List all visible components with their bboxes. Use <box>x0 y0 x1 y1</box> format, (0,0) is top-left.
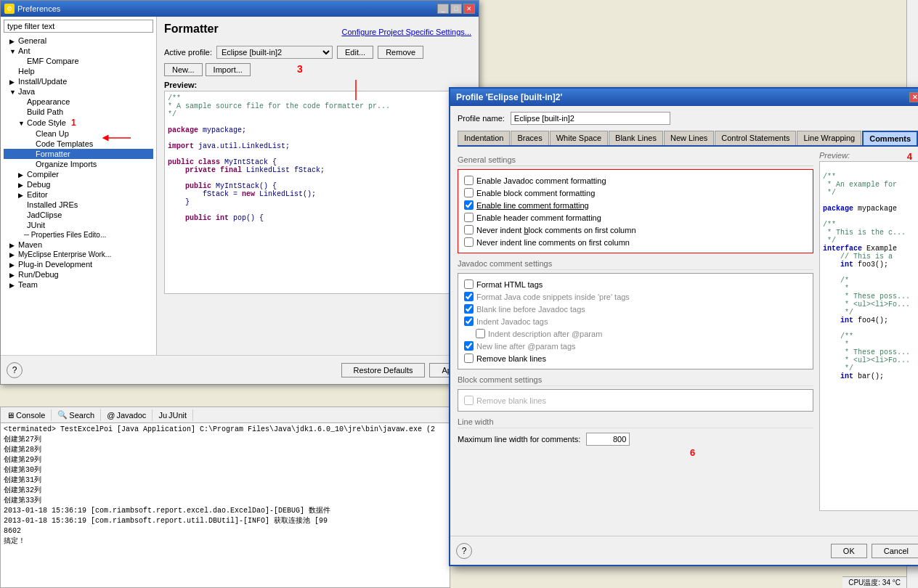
cb-remove-blank-javadoc: Remove blank lines <box>464 352 807 364</box>
cb-format-java-input[interactable] <box>464 292 474 301</box>
prefs-body: ▶General ▼Ant EMF Compare ▶Help ▶Install… <box>1 17 479 355</box>
tab-blanklines[interactable]: Blank Lines <box>609 131 663 145</box>
sidebar-item-team[interactable]: ▶Team <box>4 279 153 290</box>
restore-defaults-button[interactable]: Restore Defaults <box>341 363 426 377</box>
sidebar-item-install[interactable]: ▶Install/Update <box>4 76 153 86</box>
console-line-debug: 2013-01-18 15:36:19 [com.riambsoft.repor… <box>4 506 447 516</box>
cancel-button[interactable]: Cancel <box>872 544 918 558</box>
tab-newlines[interactable]: New Lines <box>664 131 714 145</box>
search-tab-label: Search <box>69 411 94 420</box>
remove-button[interactable]: Remove <box>378 46 423 59</box>
sidebar-item-jres[interactable]: ▶Installed JREs <box>4 200 153 210</box>
import-button[interactable]: Import... <box>206 63 251 76</box>
active-profile-label: Active profile: <box>164 48 212 57</box>
sidebar-item-ant[interactable]: ▼Ant <box>4 46 153 56</box>
profile-select[interactable]: Eclipse [built-in]2 <box>216 46 333 59</box>
preferences-titlebar: ⚙ Preferences _ □ ✕ <box>1 1 479 17</box>
cb-indent-javadoc-input[interactable] <box>464 317 474 326</box>
cb-indent-desc-input[interactable] <box>476 329 485 338</box>
profile-name-label: Profile name: <box>458 114 505 123</box>
cb-remove-blank-block-label: Remove blank lines <box>476 396 546 405</box>
cb-header-format-input[interactable] <box>464 213 474 222</box>
profile-name-input[interactable] <box>511 112 670 125</box>
console-icon: 🖥 <box>7 411 15 420</box>
sidebar-item-myeclipse[interactable]: ▶MyEclipse Enterprise Work... <box>4 250 153 259</box>
profile-help-button[interactable]: ? <box>456 543 472 559</box>
cb-blank-before-input[interactable] <box>464 304 474 314</box>
junit-tab-label: JUnit <box>168 411 187 420</box>
cb-remove-blank-block-input[interactable] <box>464 396 474 405</box>
minimize-button[interactable]: _ <box>437 4 449 14</box>
preview-section: Preview: 4 /** * An example for */ packa… <box>819 151 918 511</box>
sidebar-item-compiler[interactable]: ▶Compiler <box>4 169 153 179</box>
tab-braces[interactable]: Braces <box>511 131 548 145</box>
preview-code-panel: /** * An example for */ package mypackag… <box>819 161 918 511</box>
cb-block-format-input[interactable] <box>464 188 474 197</box>
ok-button[interactable]: OK <box>831 544 867 558</box>
sidebar-item-junit[interactable]: ▶JUnit <box>4 220 153 230</box>
new-button[interactable]: New... <box>164 63 203 76</box>
sidebar-item-appearance[interactable]: ▶Appearance <box>4 97 153 107</box>
maximize-button[interactable]: □ <box>450 4 462 14</box>
console-tab-junit[interactable]: Ju JUnit <box>153 409 193 421</box>
junit-icon: Ju <box>158 411 167 420</box>
sidebar-item-emf[interactable]: EMF Compare <box>4 56 153 66</box>
cb-header-format-label: Enable header comment formatting <box>476 213 601 222</box>
console-tab-console[interactable]: 🖥 Console <box>1 409 52 421</box>
cb-never-indent-line-input[interactable] <box>464 237 474 247</box>
sidebar-item-debug[interactable]: ▶Debug <box>4 179 153 189</box>
filter-input[interactable] <box>4 20 153 33</box>
console-line-32: 创建第32列 <box>4 486 447 496</box>
annotation-1: 1 <box>71 118 76 128</box>
sidebar-item-jadclipse[interactable]: ▶JadClipse <box>4 210 153 220</box>
console-tab-javadoc[interactable]: @ Javadoc <box>101 409 153 421</box>
preview-label: Preview: <box>164 81 471 89</box>
sidebar-item-general[interactable]: ▶General <box>4 36 153 46</box>
profile-close-btn[interactable]: ✕ <box>909 92 918 102</box>
sidebar-item-help[interactable]: ▶Help <box>4 66 153 76</box>
javadoc-icon: @ <box>107 411 115 420</box>
sidebar-item-formatter[interactable]: ▶Formatter <box>4 149 153 159</box>
console-line-info: 2013-01-18 15:36:19 [com.riambsoft.repor… <box>4 516 447 526</box>
cb-line-format-input[interactable] <box>464 200 474 210</box>
profile-footer-buttons: OK Cancel <box>831 544 918 558</box>
cb-format-html-input[interactable] <box>464 279 474 289</box>
sidebar-item-maven[interactable]: ▶Maven <box>4 240 153 250</box>
cb-newline-param-input[interactable] <box>464 341 474 351</box>
sidebar-item-rundebug[interactable]: ▶Run/Debug <box>4 269 153 279</box>
sidebar-item-cleanup[interactable]: ▶Clean Up <box>4 128 153 139</box>
help-button[interactable]: ? <box>7 362 23 378</box>
sidebar-item-propfiles[interactable]: ─ Properties Files Edito... <box>4 230 153 240</box>
sidebar-item-codestyle[interactable]: ▼Code Style 1 <box>4 117 153 128</box>
tab-comments[interactable]: Comments <box>862 131 918 147</box>
console-tab-search[interactable]: 🔍 Search <box>52 409 101 421</box>
cb-indent-desc-label: Indent description after @param <box>488 330 602 338</box>
close-button[interactable]: ✕ <box>463 4 475 14</box>
sidebar-item-codetemplates[interactable]: ▶Code Templates <box>4 139 153 149</box>
sidebar-item-buildpath[interactable]: ▶Build Path <box>4 107 153 117</box>
console-content: <terminated> TestExcelPoi [Java Applicat… <box>1 423 450 587</box>
title-left: ⚙ Preferences <box>4 4 60 14</box>
tab-controlstatements[interactable]: Control Statements <box>715 131 796 145</box>
cb-javadoc-format-input[interactable] <box>464 176 474 185</box>
settings-panel: General settings Enable Javadoc comment … <box>458 151 813 511</box>
tab-whitespace[interactable]: White Space <box>550 131 608 145</box>
annotation-4: 4 <box>907 151 912 162</box>
edit-button[interactable]: Edit... <box>337 46 373 59</box>
console-line-28: 创建第28列 <box>4 445 447 455</box>
sidebar-item-organizeimports[interactable]: ▶Organize Imports <box>4 159 153 169</box>
sidebar-item-editor[interactable]: ▶Editor <box>4 189 153 200</box>
sidebar-item-plugin[interactable]: ▶Plug-in Development <box>4 259 153 269</box>
sidebar-item-java[interactable]: ▼Java <box>4 86 153 97</box>
line-width-input[interactable] <box>586 433 630 446</box>
tab-linewrapping[interactable]: Line Wrapping <box>797 131 861 145</box>
cb-never-indent-block-input[interactable] <box>464 225 474 234</box>
cb-remove-blank-javadoc-input[interactable] <box>464 354 474 363</box>
tab-indentation[interactable]: Indentation <box>458 131 510 145</box>
preview-wrapper: 4 /** * An example for */ package mypack… <box>819 161 918 511</box>
line-width-section-title: Line width <box>458 417 813 428</box>
configure-project-link[interactable]: Configure Project Specific Settings... <box>341 28 471 36</box>
cb-format-java: Format Java code snippets inside 'pre' t… <box>464 290 807 303</box>
cb-blank-before: Blank line before Javadoc tags <box>464 303 807 315</box>
console-line-29: 创建第29列 <box>4 455 447 465</box>
